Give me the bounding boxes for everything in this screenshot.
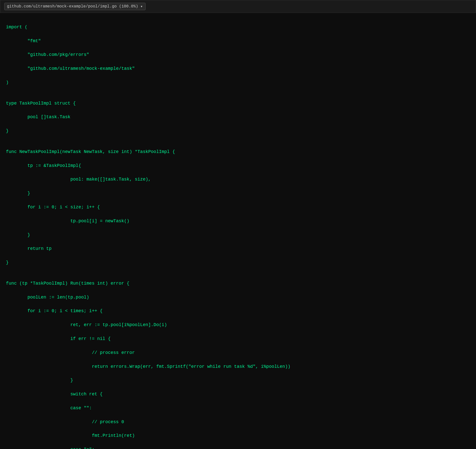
code-line: import ( xyxy=(6,24,470,31)
code-line: pool: make([]task.Task, size), xyxy=(6,176,470,183)
code-line: for i := 0; i < size; i++ { xyxy=(6,204,470,211)
code-line: tp.pool[i] = newTask() xyxy=(6,218,470,225)
code-line: ret, err := tp.pool[i%poolLen].Do(i) xyxy=(6,322,470,329)
code-line: // process 0 xyxy=(6,419,470,426)
code-line: ) xyxy=(6,79,470,86)
code-area: import ( "fmt" "github.com/pkg/errors" "… xyxy=(0,13,476,449)
code-line: switch ret { xyxy=(6,391,470,398)
code-line: pool []task.Task xyxy=(6,114,470,121)
code-line: } xyxy=(6,259,470,266)
code-line: tp := &TaskPoolImpl{ xyxy=(6,162,470,169)
code-line: // process error xyxy=(6,349,470,356)
header-bar: github.com/ultramesh/mock-example/pool/i… xyxy=(0,0,476,13)
dropdown-arrow-icon: ▾ xyxy=(140,4,143,9)
code-line: } xyxy=(6,377,470,384)
code-line: } xyxy=(6,190,470,197)
code-line: if err != nil { xyxy=(6,336,470,342)
file-selector[interactable]: github.com/ultramesh/mock-example/pool/i… xyxy=(4,3,146,10)
code-line: "github.com/ultramesh/mock-example/task" xyxy=(6,65,470,72)
code-line: case "a": xyxy=(6,446,470,449)
code-line: fmt.Println(ret) xyxy=(6,432,470,439)
code-line: "github.com/pkg/errors" xyxy=(6,51,470,58)
code-line: return errors.Wrap(err, fmt.Sprintf("err… xyxy=(6,363,470,370)
code-line: case "": xyxy=(6,405,470,412)
code-line: } xyxy=(6,232,470,239)
code-line: "fmt" xyxy=(6,38,470,45)
code-line: type TaskPoolImpl struct { xyxy=(6,100,470,107)
code-line: return tp xyxy=(6,245,470,252)
code-line: } xyxy=(6,128,470,135)
file-select[interactable]: github.com/ultramesh/mock-example/pool/i… xyxy=(7,4,138,9)
code-line: for i := 0; i < times; i++ { xyxy=(6,308,470,315)
code-line: func NewTaskPoolImpl(newTask NewTask, si… xyxy=(6,149,470,155)
code-line: func (tp *TaskPoolImpl) Run(times int) e… xyxy=(6,280,470,287)
code-line: poolLen := len(tp.pool) xyxy=(6,294,470,301)
